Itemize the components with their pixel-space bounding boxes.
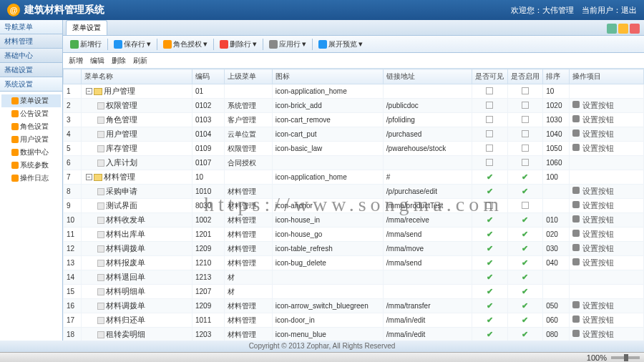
row-name: 角色管理 [106, 114, 137, 125]
col-2[interactable]: 编码 [192, 69, 225, 84]
unchecked-icon [486, 202, 493, 209]
row-action[interactable]: 设置按钮 [572, 330, 613, 338]
row-action[interactable]: 设置按钮 [572, 201, 613, 210]
table-row[interactable]: 14材料退回单1213材✔✔ [64, 270, 644, 285]
toolbar-btn-4[interactable]: 应用行 ▾ [265, 38, 311, 51]
sidebar-panel-1[interactable]: 材料管理 [0, 34, 62, 49]
col-3[interactable]: 上级菜单 [225, 69, 272, 84]
sidebar-item-5[interactable]: 系统参数 [1, 159, 61, 172]
expand-icon[interactable]: − [86, 174, 92, 180]
subtoolbar-btn-1[interactable]: 编辑 [89, 56, 104, 66]
zoom-indicator[interactable]: 100% [587, 353, 607, 362]
row-name: 材料出库单 [106, 229, 145, 240]
col-4[interactable]: 图标 [272, 69, 383, 84]
toolbar-btn-0[interactable]: 新增行 [66, 38, 106, 51]
row-action[interactable]: 设置按钮 [572, 258, 613, 267]
table-row[interactable]: 2权限管理0102系统管理icon-brick_add/publicdoc102… [64, 99, 644, 113]
sidebar-item-2[interactable]: 角色设置 [1, 120, 61, 133]
tabbar: 菜单设置 [63, 20, 644, 36]
table-row[interactable]: 5库存管理0109权限管理icon-basic_law/pwarehouse/s… [64, 142, 644, 156]
sidebar-panel-4[interactable]: 系统设置 [0, 77, 62, 92]
check-icon: ✔ [522, 258, 528, 267]
col-6[interactable]: 是否可见 [472, 69, 507, 84]
row-action[interactable]: 设置按钮 [572, 301, 613, 310]
sidebar-panel-2[interactable]: 基础中心 [0, 49, 62, 63]
row-action[interactable]: 设置按钮 [572, 101, 613, 109]
row-action[interactable]: 设置按钮 [572, 244, 613, 253]
zoom-slider[interactable] [611, 356, 640, 359]
sidebar-item-3[interactable]: 用户设置 [1, 133, 61, 146]
table-row[interactable]: 11材料出库单1201材料管理icon-house_go/mma/send✔✔0… [64, 228, 644, 242]
chevron-down-icon: ▾ [147, 39, 151, 49]
col-1[interactable]: 菜单名称 [81, 69, 192, 84]
sidebar-item-6[interactable]: 操作日志 [1, 172, 61, 185]
table-row[interactable]: 9测试界面8030材料管理icon-anchor/mma/productTest… [64, 199, 644, 213]
subtoolbar-btn-2[interactable]: 删除 [110, 56, 126, 66]
welcome-text[interactable]: 欢迎您：大伟管理 [511, 6, 574, 14]
tab-close-icon[interactable] [630, 24, 640, 34]
table-row[interactable]: 13材料报废单1210材料管理icon-bug_delete/mma/send✔… [64, 256, 644, 270]
tree-icon [11, 136, 19, 143]
gear-icon [572, 330, 580, 337]
table-row[interactable]: 18租转卖明细1203材料管理icon-menu_blue/mma/in/edi… [64, 328, 644, 341]
col-5[interactable]: 链接地址 [383, 69, 472, 84]
row-action[interactable]: 设置按钮 [572, 315, 613, 324]
leaf-icon [97, 303, 104, 310]
row-action[interactable]: 设置按钮 [572, 144, 613, 152]
check-icon: ✔ [522, 187, 528, 195]
tab-main[interactable]: 菜单设置 [66, 20, 107, 35]
subtoolbar-btn-0[interactable]: 新增 [67, 56, 83, 66]
check-icon: ✔ [487, 273, 493, 281]
tab-refresh-icon[interactable] [607, 24, 617, 34]
check-icon: ✔ [487, 215, 493, 224]
check-icon: ✔ [487, 330, 493, 338]
logout-link[interactable]: 当前用户：退出 [582, 6, 637, 14]
toolbar-btn-5[interactable]: 展开预览 ▾ [314, 38, 367, 51]
row-action[interactable]: 设置按钮 [572, 115, 613, 124]
row-action[interactable]: 设置按钮 [572, 129, 613, 138]
sidebar-item-0[interactable]: 菜单设置 [1, 94, 61, 107]
table-row[interactable]: 8采购申请1010材料管理/p/purchase/edit✔✔ 设置按钮 [64, 185, 644, 199]
gear-icon [572, 230, 580, 237]
app-title: 建筑材料管理系统 [24, 4, 505, 16]
sidebar-item-1[interactable]: 公告设置 [1, 107, 61, 120]
expand-icon[interactable]: − [86, 88, 92, 94]
gear-icon [572, 144, 580, 151]
table-row[interactable]: 16材料调拨单1209材料管理icon-arrow_switch_bluegre… [64, 299, 644, 313]
toolbar-btn-2[interactable]: 角色授权 ▾ [159, 38, 212, 51]
gear-icon [572, 187, 580, 194]
row-action[interactable]: 设置按钮 [572, 230, 613, 238]
table-row[interactable]: 3角色管理0103客户管理icon-cart_remove/pfoliding1… [64, 113, 644, 127]
col-7[interactable]: 是否启用 [507, 69, 543, 84]
sidebar-panel-nav[interactable]: 导航菜单 [0, 20, 62, 34]
table-row[interactable]: 10材料收发单1002材料管理icon-house_in/mma/receive… [64, 213, 644, 228]
table-row[interactable]: 1−用户管理01icon-application_home10 [64, 84, 644, 99]
app-logo: @ [7, 4, 20, 16]
subtoolbar-btn-3[interactable]: 刷新 [132, 56, 147, 66]
col-0[interactable] [64, 69, 82, 84]
table-row[interactable]: 4用户管理0104云单位置icon-cart_put/purchased1040… [64, 127, 644, 142]
table-row[interactable]: 6入库计划0107合同授权1060 [64, 156, 644, 170]
toolbar-icon [163, 40, 172, 49]
col-8[interactable]: 排序 [543, 69, 570, 84]
tree-icon [11, 110, 19, 117]
check-icon: ✔ [522, 244, 528, 253]
grid-table: 菜单名称编码上级菜单图标链接地址是否可见是否启用排序操作项目 1−用户管理01i… [63, 69, 644, 341]
col-9[interactable]: 操作项目 [570, 69, 644, 84]
tab-help-icon[interactable] [618, 24, 628, 34]
row-action[interactable]: 设置按钮 [572, 187, 613, 195]
row-name: 采购申请 [106, 186, 137, 197]
row-name: 用户管理 [104, 86, 135, 97]
sidebar-panel-3[interactable]: 基础设置 [0, 63, 62, 77]
sidebar-item-4[interactable]: 数据中心 [1, 146, 61, 159]
table-row[interactable]: 12材料调拨单1209材料管理icon-table_refresh/mma/mo… [64, 242, 644, 256]
toolbar-btn-1[interactable]: 保存行 ▾ [109, 38, 155, 51]
unchecked-icon [486, 87, 493, 94]
toolbar-btn-3[interactable]: 删除行 ▾ [215, 38, 261, 51]
leaf-icon [97, 202, 104, 210]
table-row[interactable]: 17材料归还单1011材料管理icon-door_in/mma/in/edit✔… [64, 313, 644, 328]
table-row[interactable]: 7−材料管理10icon-application_home#✔✔100 [64, 170, 644, 185]
check-icon: ✔ [487, 258, 493, 267]
table-row[interactable]: 15材料明细单1207材✔✔ [64, 285, 644, 299]
row-action[interactable]: 设置按钮 [572, 215, 613, 224]
